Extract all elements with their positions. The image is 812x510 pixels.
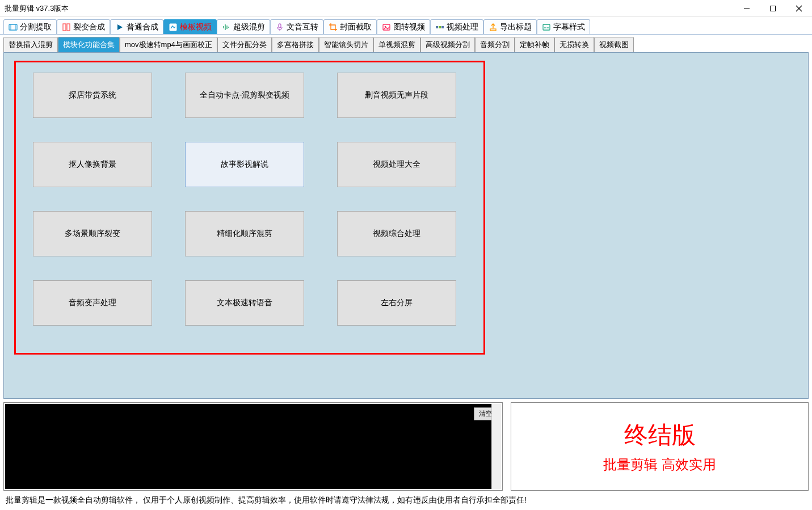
svg-rect-15	[279, 24, 281, 28]
sub-tab-2[interactable]: mov极速转mp4与画面校正	[120, 37, 217, 52]
main-tab-label: 分割提取	[20, 22, 52, 32]
main-tab-5[interactable]: 文音互转	[270, 19, 323, 35]
main-tab-10[interactable]: 字幕样式	[537, 19, 590, 35]
close-button[interactable]	[786, 0, 812, 16]
sub-tab-10[interactable]: 无损转换	[554, 37, 594, 52]
window-title: 批量剪辑 v37.3版本	[5, 3, 69, 14]
waveform-icon	[222, 23, 231, 32]
sub-tab-0[interactable]: 替换插入混剪	[3, 37, 58, 52]
sub-tab-6[interactable]: 单视频混剪	[373, 37, 420, 52]
main-tab-3[interactable]: 模板视频	[163, 19, 217, 35]
sub-tab-3[interactable]: 文件分配分类	[217, 37, 272, 52]
svg-rect-21	[441, 26, 444, 28]
image-icon	[382, 23, 391, 32]
process-icon	[435, 23, 444, 32]
log-panel: 清空	[3, 402, 503, 491]
main-tab-label: 裂变合成	[73, 22, 105, 32]
svg-rect-7	[63, 24, 66, 31]
module-button-5[interactable]: 视频处理大全	[337, 142, 456, 187]
main-tab-label: 超级混剪	[233, 22, 265, 32]
svg-marker-9	[117, 24, 123, 30]
main-tab-8[interactable]: 视频处理	[430, 19, 483, 35]
sub-tab-1[interactable]: 模块化功能合集	[58, 37, 120, 52]
svg-rect-22	[490, 29, 496, 31]
main-tab-label: 字幕样式	[553, 22, 585, 32]
module-button-2[interactable]: 删音视频无声片段	[337, 73, 456, 118]
export-icon	[489, 23, 498, 32]
version-title: 终结版	[624, 419, 696, 451]
sub-tab-11[interactable]: 视频截图	[594, 37, 634, 52]
main-tab-label: 导出标题	[500, 22, 532, 32]
close-icon	[796, 5, 802, 12]
sub-tab-8[interactable]: 音频分割	[475, 37, 515, 52]
main-tab-6[interactable]: 封面截取	[323, 19, 377, 35]
log-scrollbar[interactable]	[491, 404, 501, 489]
module-grid: 探店带货系统全自动卡点-混剪裂变视频删音视频无声片段抠人像换背景故事影视解说视频…	[14, 61, 485, 355]
sub-tab-4[interactable]: 多宫格拼接	[272, 37, 319, 52]
sub-tab-5[interactable]: 智能镜头切片	[319, 37, 373, 52]
content-area: 探店带货系统全自动卡点-混剪裂变视频删音视频无声片段抠人像换背景故事影视解说视频…	[3, 52, 809, 399]
window-controls	[734, 0, 812, 16]
main-tab-4[interactable]: 超级混剪	[217, 19, 270, 35]
main-tab-label: 封面截取	[340, 22, 372, 32]
svg-rect-4	[9, 24, 17, 30]
log-output[interactable]: 清空	[5, 404, 501, 489]
main-tab-1[interactable]: 裂变合成	[57, 19, 110, 35]
main-tab-label: 视频处理	[447, 22, 478, 32]
svg-rect-23	[543, 24, 550, 30]
split-icon	[62, 23, 71, 32]
titlebar: 批量剪辑 v37.3版本	[0, 0, 812, 17]
maximize-button[interactable]	[760, 0, 786, 16]
module-button-7[interactable]: 精细化顺序混剪	[185, 211, 304, 256]
film-icon	[9, 23, 18, 32]
svg-rect-8	[67, 24, 70, 31]
module-button-9[interactable]: 音频变声处理	[33, 280, 152, 326]
svg-rect-19	[436, 26, 438, 28]
bottom-panel: 清空 终结版 批量剪辑 高效实用	[0, 402, 812, 492]
module-button-3[interactable]: 抠人像换背景	[33, 142, 152, 187]
main-tab-0[interactable]: 分割提取	[3, 19, 57, 35]
crop-icon	[329, 23, 338, 32]
main-tab-label: 文音互转	[287, 22, 318, 32]
mic-icon	[275, 23, 284, 32]
main-tab-label: 普通合成	[127, 22, 158, 32]
main-tab-bar: 分割提取裂变合成普通合成模板视频超级混剪文音互转封面截取图转视频视频处理导出标题…	[0, 17, 812, 35]
module-button-0[interactable]: 探店带货系统	[33, 73, 152, 118]
minimize-button[interactable]	[734, 0, 760, 16]
main-tab-2[interactable]: 普通合成	[110, 19, 163, 35]
module-button-11[interactable]: 左右分屏	[337, 280, 456, 326]
template-icon	[169, 23, 178, 32]
module-button-6[interactable]: 多场景顺序裂变	[33, 211, 152, 256]
svg-rect-20	[439, 26, 441, 28]
main-tab-9[interactable]: 导出标题	[483, 19, 537, 35]
maximize-icon	[769, 5, 776, 12]
main-tab-label: 图转视频	[393, 22, 425, 32]
footer-disclaimer: 批量剪辑是一款视频全自动剪辑软件， 仅用于个人原创视频制作、提高剪辑效率，使用软…	[0, 492, 812, 510]
main-tab-label: 模板视频	[180, 22, 212, 32]
module-button-8[interactable]: 视频综合处理	[337, 211, 456, 256]
minimize-icon	[743, 5, 750, 12]
subtitle-icon	[542, 23, 551, 32]
play-icon	[115, 23, 124, 32]
sub-tab-bar: 替换插入混剪模块化功能合集mov极速转mp4与画面校正文件分配分类多宫格拼接智能…	[0, 34, 812, 52]
module-button-4[interactable]: 故事影视解说	[185, 142, 304, 187]
main-tab-7[interactable]: 图转视频	[377, 19, 430, 35]
module-button-10[interactable]: 文本极速转语音	[185, 280, 304, 326]
version-subtitle: 批量剪辑 高效实用	[603, 456, 716, 474]
sub-tab-9[interactable]: 定帧补帧	[515, 37, 554, 52]
svg-rect-1	[771, 6, 776, 11]
version-panel: 终结版 批量剪辑 高效实用	[511, 402, 809, 491]
sub-tab-7[interactable]: 高级视频分割	[420, 37, 475, 52]
module-button-1[interactable]: 全自动卡点-混剪裂变视频	[185, 73, 304, 118]
